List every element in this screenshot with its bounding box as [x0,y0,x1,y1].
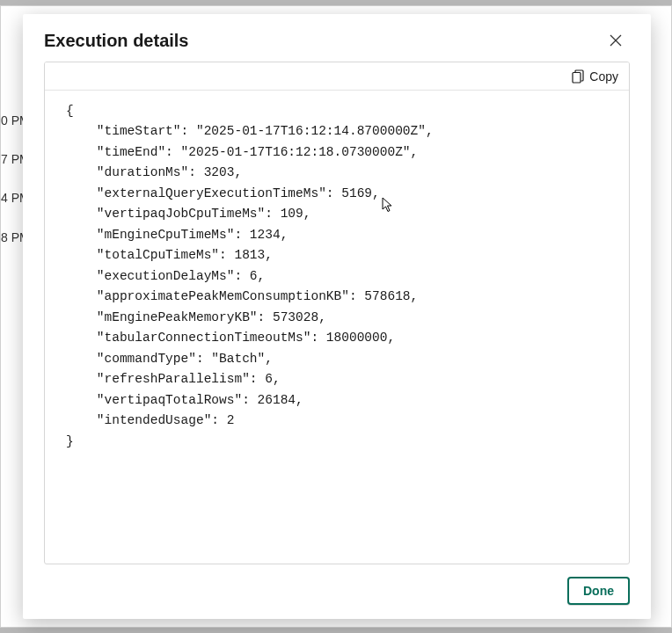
code-toolbar: Copy [45,62,629,91]
copy-icon [572,69,584,84]
dialog-title: Execution details [44,31,189,51]
dialog-footer: Done [23,564,651,619]
close-button[interactable] [602,26,630,55]
copy-button[interactable]: Copy [570,66,620,87]
close-icon [609,33,623,47]
execution-details-dialog: Execution details Copy { "timeStart": "2… [23,14,651,619]
code-container: Copy { "timeStart": "2025-01-17T16:12:14… [44,62,630,564]
svg-rect-2 [573,72,581,83]
copy-label: Copy [589,69,618,84]
done-button[interactable]: Done [567,577,630,605]
code-body[interactable]: { "timeStart": "2025-01-17T16:12:14.8700… [45,91,629,564]
dialog-header: Execution details [23,14,651,62]
